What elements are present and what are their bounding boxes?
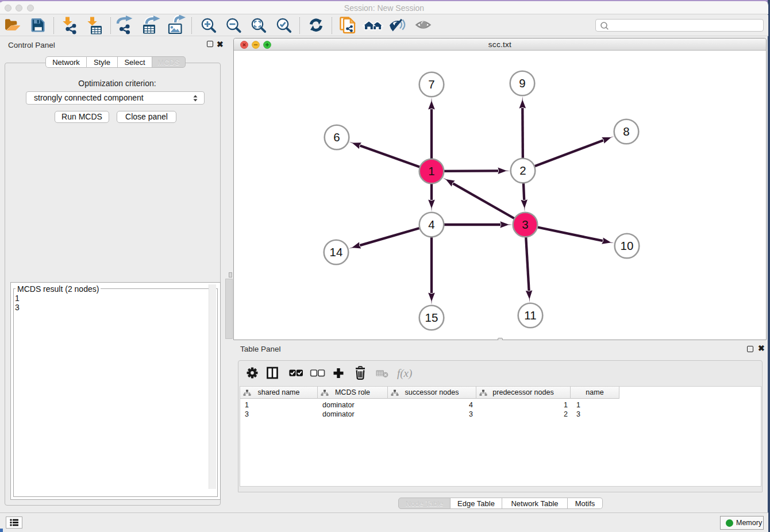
svg-text:9: 9 bbox=[519, 76, 525, 90]
svg-text:15: 15 bbox=[425, 311, 438, 324]
svg-text:11: 11 bbox=[524, 309, 536, 322]
svg-text:14: 14 bbox=[330, 245, 343, 259]
svg-text:7: 7 bbox=[428, 78, 434, 91]
svg-text:8: 8 bbox=[623, 125, 629, 138]
svg-text:10: 10 bbox=[621, 239, 634, 252]
svg-text:f(x): f(x) bbox=[397, 367, 412, 380]
svg-text:2: 2 bbox=[519, 164, 526, 177]
svg-text:4: 4 bbox=[428, 218, 434, 231]
svg-text:1: 1 bbox=[428, 164, 434, 178]
svg-text:3: 3 bbox=[522, 218, 528, 231]
svg-text:6: 6 bbox=[333, 130, 340, 144]
